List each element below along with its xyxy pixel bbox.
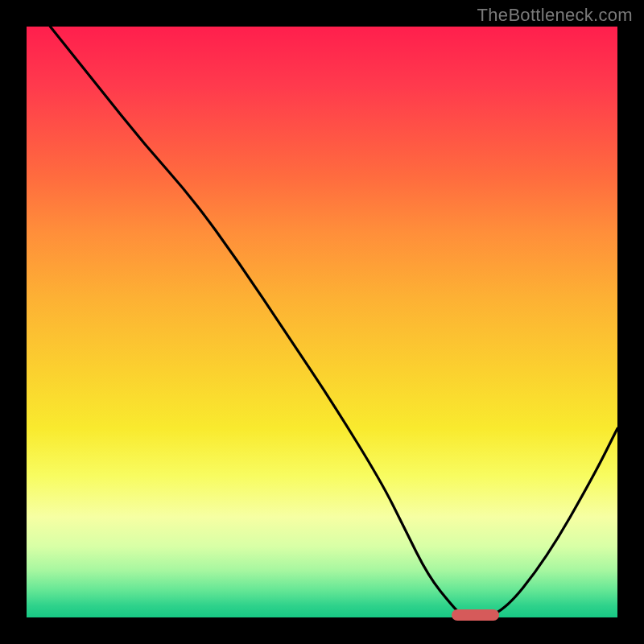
gradient-background	[27, 27, 617, 617]
chart-frame: TheBottleneck.com	[0, 0, 644, 644]
plot-area	[27, 27, 617, 617]
watermark-text: TheBottleneck.com	[477, 5, 633, 26]
optimal-marker	[452, 609, 499, 621]
